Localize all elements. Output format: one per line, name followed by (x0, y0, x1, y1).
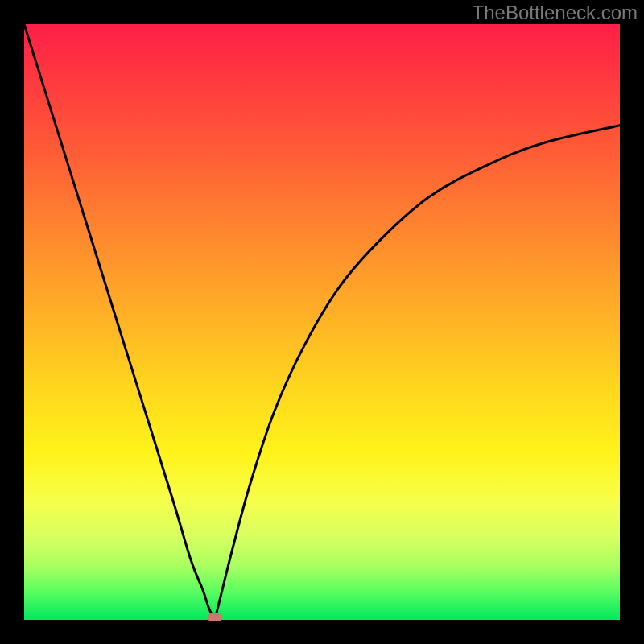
bottleneck-curve (24, 24, 620, 620)
curve-path (24, 24, 620, 620)
chart-frame: TheBottleneck.com (0, 0, 644, 644)
watermark-label: TheBottleneck.com (473, 2, 638, 24)
minimum-marker (208, 613, 222, 621)
plot-area (24, 24, 620, 620)
